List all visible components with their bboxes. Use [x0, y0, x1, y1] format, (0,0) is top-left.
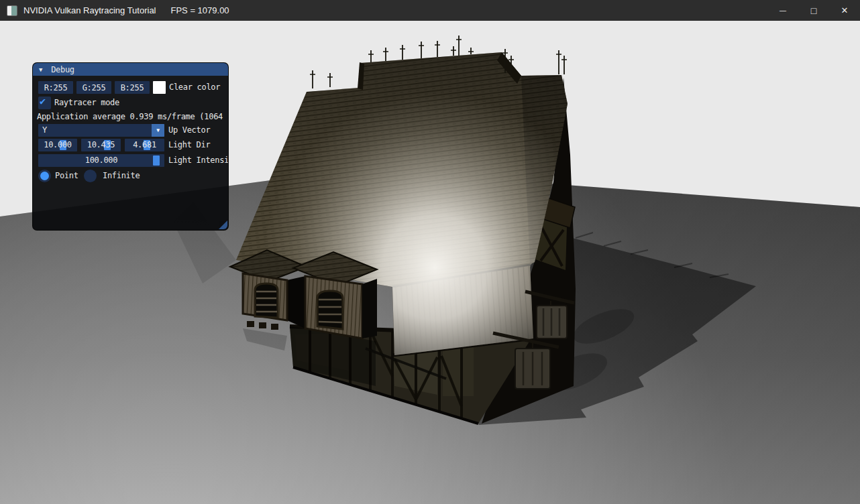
check-icon: ✔: [40, 95, 46, 107]
up-vector-label: Up Vector: [168, 125, 210, 135]
maximize-icon: □: [811, 5, 816, 16]
light-intensity-slider[interactable]: 100.000: [38, 154, 164, 167]
dormer-window: [255, 284, 278, 318]
light-dir-x-slider[interactable]: 10.000: [38, 139, 77, 151]
fps-counter: FPS = 1079.00: [171, 5, 229, 15]
clear-color-b-field[interactable]: B:255: [115, 81, 150, 94]
collapse-arrow-icon[interactable]: ▼: [39, 66, 42, 73]
clear-color-label: Clear color: [169, 82, 220, 92]
window-title: NVIDIA Vulkan Raytracing Tutorial: [23, 5, 156, 15]
combo-arrow-icon[interactable]: ▼: [152, 124, 164, 137]
maximize-button[interactable]: □: [798, 0, 829, 21]
window-titlebar: NVIDIA Vulkan Raytracing Tutorial FPS = …: [0, 0, 860, 21]
app-icon: [7, 5, 17, 16]
debug-panel[interactable]: ▼ Debug R:255 G:255 B:255 Clear color ✔ …: [32, 62, 229, 231]
dormer-window: [317, 291, 343, 329]
up-vector-value: Y: [42, 125, 47, 135]
close-icon: ✕: [841, 5, 849, 15]
stats-text: Application average 0.939 ms/frame (1064: [37, 112, 223, 121]
resize-grip[interactable]: [219, 220, 227, 229]
raytracer-label: Raytracer mode: [54, 98, 119, 107]
light-dir-y-slider[interactable]: 10.435: [81, 139, 121, 151]
light-intensity-label: Light Intensity: [168, 155, 229, 165]
debug-panel-titlebar[interactable]: ▼ Debug: [33, 63, 228, 76]
application-window: NVIDIA Vulkan Raytracing Tutorial FPS = …: [0, 0, 860, 504]
clear-color-swatch[interactable]: [153, 81, 166, 94]
light-type-infinite-label: Infinite: [103, 171, 140, 180]
dormer-right: [293, 252, 377, 338]
viewport-3d[interactable]: ▼ Debug R:255 G:255 B:255 Clear color ✔ …: [0, 21, 860, 504]
raytracer-checkbox[interactable]: ✔: [38, 97, 51, 109]
debug-panel-title: Debug: [51, 65, 74, 74]
clear-color-r-field[interactable]: R:255: [38, 81, 73, 94]
light-type-infinite-radio[interactable]: [84, 170, 97, 182]
minimize-icon: —: [780, 7, 786, 14]
minimize-button[interactable]: —: [767, 0, 798, 21]
light-dir-label: Light Dir: [168, 140, 210, 149]
clear-color-g-field[interactable]: G:255: [76, 81, 111, 94]
close-button[interactable]: ✕: [829, 0, 860, 21]
up-vector-combo[interactable]: Y ▼: [38, 124, 164, 137]
light-type-point-radio[interactable]: [38, 170, 51, 182]
light-dir-z-slider[interactable]: 4.681: [125, 139, 164, 151]
light-type-point-label: Point: [55, 171, 78, 180]
